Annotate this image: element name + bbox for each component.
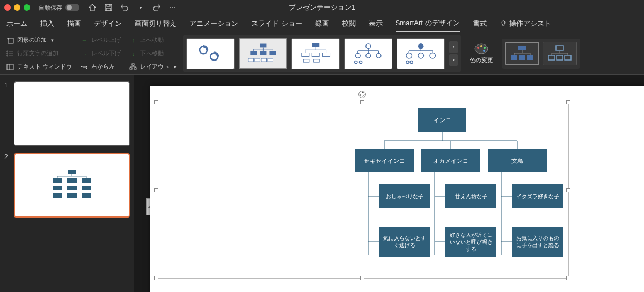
tab-view[interactable]: 表示 — [369, 16, 383, 32]
svg-rect-90 — [82, 178, 91, 183]
right-to-left-button[interactable]: 右から左 — [78, 62, 123, 72]
resize-handle-w[interactable] — [154, 188, 158, 192]
move-up-button[interactable]: ↑ 上へ移動 — [127, 35, 179, 45]
rotation-handle[interactable] — [358, 91, 366, 98]
menu-tabs: ホーム 挿入 描画 デザイン 画面切り替え アニメーション スライド ショー 録… — [0, 15, 644, 32]
add-bullet-button[interactable]: 行頭文字の追加 — [4, 48, 74, 58]
svg-rect-40 — [314, 59, 320, 62]
tab-slideshow[interactable]: スライド ショー — [251, 16, 302, 32]
svg-point-45 — [366, 44, 371, 49]
tab-transitions[interactable]: 画面切り替え — [135, 16, 177, 32]
org-node-l2-1[interactable]: オカメインコ — [421, 149, 480, 172]
tab-design[interactable]: デザイン — [94, 16, 122, 32]
document-title: プレゼンテーション1 — [289, 3, 355, 12]
svg-point-9 — [7, 51, 8, 52]
bullet-icon — [6, 50, 14, 57]
svg-point-50 — [359, 61, 362, 64]
more-icon[interactable]: ⋯ — [169, 3, 177, 12]
style-option-2[interactable] — [543, 42, 577, 65]
resize-handle-se[interactable] — [566, 276, 570, 280]
slide-thumb-2-wrap: 2 — [4, 153, 130, 218]
layout-gallery: ‹ › — [183, 35, 461, 72]
level-up-button[interactable]: ← レベル上げ — [78, 35, 123, 45]
tab-animations[interactable]: アニメーション — [189, 16, 238, 32]
tab-draw[interactable]: 描画 — [67, 16, 81, 32]
redo-icon[interactable] — [152, 3, 161, 12]
slide-canvas-area[interactable]: ◂ — [134, 75, 644, 292]
move-down-button[interactable]: ↓ 下へ移動 — [127, 48, 179, 58]
resize-handle-s[interactable] — [360, 276, 364, 280]
chevron-down-icon: ▾ — [174, 64, 177, 70]
org-node-l2-0[interactable]: セキセイインコ — [355, 149, 414, 172]
org-node-l3b-0[interactable]: 気に入らないとすぐ逃げる — [379, 227, 430, 257]
layout-option-3[interactable] — [291, 38, 340, 69]
org-node-root[interactable]: インコ — [418, 108, 466, 132]
org-node-l3a-1[interactable]: 甘えん坊な子 — [445, 184, 496, 208]
minimize-window-button[interactable] — [14, 4, 20, 11]
svg-point-48 — [376, 53, 381, 58]
layout-button[interactable]: レイアウト▾ — [127, 62, 179, 72]
ribbon-group-move: ↑ 上へ移動 ↓ 下へ移動 レイアウト▾ — [127, 35, 179, 72]
org-node-l2-2[interactable]: 文鳥 — [488, 149, 547, 172]
svg-rect-81 — [557, 55, 563, 60]
slide-thumbnail-2[interactable] — [14, 153, 130, 218]
slide-thumbnail-panel[interactable]: 1 2 — [0, 75, 134, 292]
arrow-right-icon: → — [80, 50, 88, 57]
text-window-button[interactable]: テキスト ウィンドウ — [4, 62, 74, 72]
resize-handle-n[interactable] — [360, 100, 364, 104]
tab-smartart-design[interactable]: SmartArt のデザイン — [396, 15, 460, 32]
svg-rect-39 — [303, 59, 309, 62]
svg-rect-37 — [312, 53, 319, 57]
org-node-l3b-1[interactable]: 好きな人が近くにいないと呼び鳴きする — [445, 227, 496, 257]
svg-rect-30 — [268, 58, 273, 62]
svg-point-56 — [418, 43, 424, 49]
gallery-next-button[interactable]: › — [449, 54, 458, 66]
layout-option-1[interactable] — [186, 38, 235, 69]
tab-record[interactable]: 録画 — [315, 16, 329, 32]
resize-handle-ne[interactable] — [566, 100, 570, 104]
svg-rect-87 — [68, 170, 76, 174]
change-colors-button[interactable]: 色の変更 — [465, 40, 497, 66]
close-window-button[interactable] — [4, 4, 11, 11]
undo-icon[interactable] — [120, 3, 129, 12]
tab-insert[interactable]: 挿入 — [40, 16, 54, 32]
resize-handle-nw[interactable] — [154, 100, 158, 104]
org-node-l3a-2[interactable]: イタズラ好きな子 — [512, 184, 563, 208]
svg-rect-12 — [7, 64, 13, 70]
svg-rect-79 — [556, 46, 564, 50]
save-icon[interactable] — [104, 3, 113, 12]
resize-handle-sw[interactable] — [154, 276, 158, 280]
layout-option-2[interactable] — [239, 38, 287, 69]
maximize-window-button[interactable] — [24, 4, 30, 11]
svg-point-47 — [366, 53, 371, 58]
org-node-l3b-2[interactable]: お気に入りのものに手を出すと怒る — [512, 227, 563, 257]
tab-review[interactable]: 校閲 — [342, 16, 356, 32]
svg-rect-91 — [53, 186, 62, 190]
svg-rect-29 — [261, 58, 266, 62]
autosave-toggle[interactable] — [65, 4, 79, 11]
undo-dropdown-icon[interactable]: ▾ — [136, 3, 145, 12]
tab-assist[interactable]: 操作アシスト — [500, 16, 551, 32]
svg-rect-95 — [67, 193, 77, 198]
chevron-down-icon: ▾ — [51, 38, 54, 43]
svg-rect-94 — [53, 193, 62, 198]
slide-thumbnail-1[interactable] — [14, 81, 130, 146]
svg-rect-36 — [302, 53, 309, 57]
add-shape-button[interactable]: 図形の追加▾ — [4, 35, 74, 45]
svg-point-59 — [430, 53, 436, 59]
home-icon[interactable] — [88, 3, 97, 12]
level-down-button[interactable]: → レベル下げ — [78, 48, 123, 58]
org-node-l3a-0[interactable]: おしゃべりな子 — [379, 184, 430, 208]
layout-option-4[interactable] — [344, 38, 392, 69]
svg-point-11 — [7, 55, 8, 56]
autosave-control: 自動保存 — [39, 4, 79, 12]
svg-rect-89 — [67, 178, 77, 183]
gallery-prev-button[interactable]: ‹ — [449, 41, 458, 53]
slide-canvas[interactable]: インコ セキセイインコ オカメインコ 文鳥 おしゃべりな子 甘えん坊な子 — [150, 86, 644, 292]
layout-option-5[interactable] — [397, 38, 445, 69]
smartart-frame[interactable]: インコ セキセイインコ オカメインコ 文鳥 おしゃべりな子 甘えん坊な子 — [156, 102, 569, 279]
style-option-1[interactable] — [505, 42, 539, 65]
tab-home[interactable]: ホーム — [6, 16, 27, 32]
resize-handle-e[interactable] — [566, 188, 570, 192]
tab-format[interactable]: 書式 — [473, 16, 487, 32]
